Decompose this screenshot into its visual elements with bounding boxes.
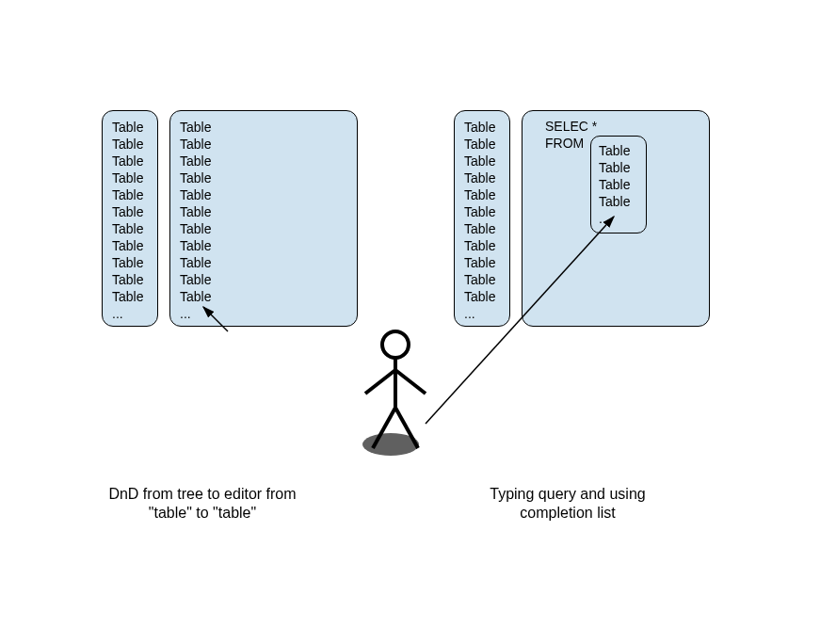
editor-item: Table: [180, 186, 347, 203]
tree-item: Table: [112, 169, 148, 186]
left-tree-panel: Table Table Table Table Table Table Tabl…: [102, 110, 158, 327]
person-icon: [348, 328, 442, 469]
svg-point-2: [382, 331, 409, 358]
tree-item: Table: [112, 254, 148, 271]
svg-line-1: [426, 217, 614, 424]
editor-item: Table: [180, 220, 347, 237]
annotation-right-line2: completion list: [464, 504, 671, 523]
tree-item: Table: [112, 119, 148, 136]
sql-line2: FROM: [545, 136, 584, 151]
tree-item: Table: [112, 136, 148, 153]
completion-item: Table: [599, 142, 638, 159]
tree-item: Table: [112, 288, 148, 305]
editor-item: Table: [180, 271, 347, 288]
annotation-right-line1: Typing query and using: [464, 485, 671, 504]
tree-item: Table: [112, 220, 148, 237]
tree-item: Table: [464, 119, 500, 136]
editor-item: Table: [180, 169, 347, 186]
tree-item: Table: [112, 271, 148, 288]
svg-line-5: [395, 370, 426, 394]
arrow-completion-icon: [416, 188, 661, 452]
left-editor-panel: Table Table Table Table Table Table Tabl…: [169, 110, 358, 327]
svg-line-6: [373, 408, 395, 448]
annotation-left: DnD from tree to editor from "table" to …: [89, 485, 315, 523]
tree-item: Table: [112, 186, 148, 203]
editor-item: Table: [180, 237, 347, 254]
svg-line-4: [365, 370, 395, 394]
annotation-left-line1: DnD from tree to editor from: [89, 485, 315, 504]
editor-item: Table: [180, 136, 347, 153]
editor-item: Table: [180, 254, 347, 271]
annotation-left-line2: "table" to "table": [89, 504, 315, 523]
editor-item: Table: [180, 153, 347, 169]
editor-item: Table: [180, 119, 347, 136]
tree-item: Table: [112, 203, 148, 220]
tree-item: Table: [112, 237, 148, 254]
sql-line1: SELEC *: [545, 119, 597, 134]
editor-item: Table: [180, 203, 347, 220]
tree-item: Table: [464, 169, 500, 186]
completion-item: Table: [599, 159, 638, 176]
annotation-right: Typing query and using completion list: [464, 485, 671, 523]
svg-line-0: [203, 307, 228, 331]
arrow-dnd-icon: [188, 301, 245, 339]
tree-item: Table: [464, 136, 500, 153]
svg-line-7: [395, 408, 418, 448]
tree-ellipsis: ...: [112, 305, 148, 322]
tree-item: Table: [464, 153, 500, 169]
tree-item: Table: [112, 153, 148, 169]
